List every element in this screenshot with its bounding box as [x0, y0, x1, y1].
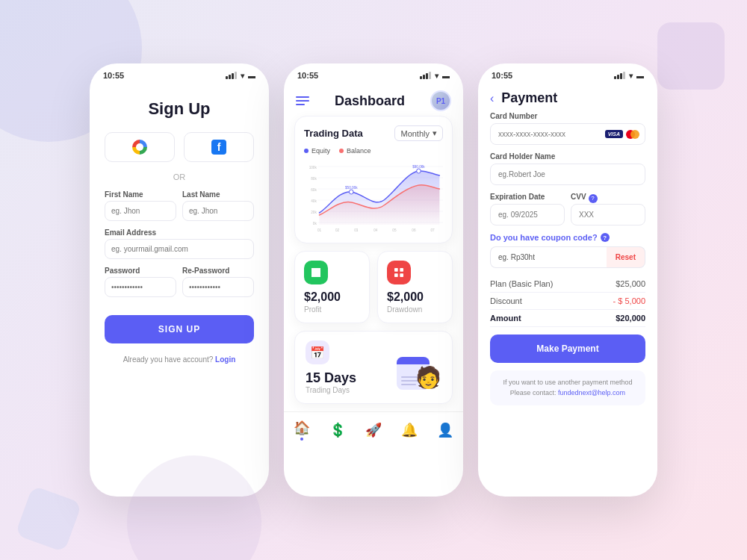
discount-label: Discount [490, 296, 522, 305]
expiry-input[interactable] [490, 204, 565, 225]
drawdown-card: $2,000 Drawdown [377, 251, 453, 323]
svg-text:01: 01 [317, 228, 321, 232]
legend-equity: Equity [304, 147, 330, 155]
stats-row: $2,000 Profit $2,000 Drawdown [294, 251, 453, 323]
email-input[interactable] [105, 239, 254, 259]
discount-value: - $ 5,000 [613, 296, 645, 305]
svg-text:40k: 40k [311, 199, 317, 203]
or-divider: OR [105, 172, 254, 181]
nav-dollar[interactable]: 💲 [329, 422, 346, 438]
monthly-label: Monthly [400, 129, 430, 138]
repassword-input[interactable] [182, 277, 254, 297]
repassword-label: Re-Password [182, 267, 254, 275]
status-time-dashboard: 10:55 [297, 71, 318, 80]
cardholder-group: Card Holder Name [490, 152, 645, 185]
contact-email[interactable]: fundednext@help.com [558, 389, 625, 396]
monthly-select[interactable]: Monthly ▾ [394, 125, 443, 141]
trading-card: Trading Data Monthly ▾ Equity Balance [294, 116, 453, 243]
password-input[interactable] [105, 277, 176, 297]
google-icon [132, 140, 147, 155]
price-summary: Plan (Basic Plan) $25,000 Discount - $ 5… [490, 276, 645, 327]
facebook-button[interactable]: f [184, 132, 254, 162]
first-name-group: First Name [105, 190, 176, 221]
plan-row: Plan (Basic Plan) $25,000 [490, 276, 645, 293]
wifi-icon-pay: ▾ [629, 72, 633, 80]
social-row: f [105, 132, 254, 162]
drawdown-label: Drawdown [387, 305, 443, 314]
menu-icon[interactable] [296, 96, 309, 105]
amount-value: $20,000 [616, 314, 645, 323]
status-bar-payment: 10:55 ▾ ▬ [478, 63, 657, 84]
email-group: Email Address [105, 228, 254, 259]
dashboard-header: Dashboard P1 [284, 84, 463, 116]
google-button[interactable] [105, 132, 175, 162]
status-icons-pay: ▾ ▬ [614, 72, 644, 80]
contact-info: If you want to use another payment metho… [490, 370, 645, 405]
wifi-icon: ▾ [241, 72, 244, 80]
battery-icon: ▬ [248, 72, 255, 80]
nav-rocket[interactable]: 🚀 [365, 422, 382, 438]
contact-text: Please contact: [510, 389, 557, 396]
svg-text:07: 07 [430, 228, 434, 232]
coupon-help-icon[interactable]: ? [601, 233, 610, 242]
equity-dot [304, 149, 309, 153]
signup-button[interactable]: SIGN UP [105, 315, 254, 343]
reset-button[interactable]: Reset [607, 246, 645, 268]
back-button[interactable]: ‹ [490, 92, 494, 105]
discount-row: Discount - $ 5,000 [490, 293, 645, 310]
status-time-payment: 10:55 [492, 71, 512, 80]
mastercard-icon [626, 130, 639, 139]
drawdown-amount: $2,000 [387, 290, 443, 304]
profit-label: Profit [304, 305, 360, 314]
signal-icon-pay [614, 72, 625, 79]
coupon-section: Do you have coupon code? ? Reset [490, 233, 645, 268]
svg-text:60k: 60k [311, 188, 317, 192]
svg-text:0k: 0k [313, 222, 317, 225]
plan-label: Plan (Basic Plan) [490, 279, 553, 288]
svg-text:04: 04 [374, 228, 377, 232]
card-type-icons: VISA [605, 130, 639, 139]
amount-row: Amount $20,000 [490, 310, 645, 327]
cvv-label-wrap: CVV ? [571, 193, 645, 204]
battery-icon-pay: ▬ [636, 72, 644, 80]
nav-user[interactable]: 👤 [437, 422, 453, 438]
cvv-input[interactable] [571, 204, 645, 225]
dropdown-arrow-icon: ▾ [433, 128, 437, 138]
days-label: Trading Days [306, 386, 356, 394]
payment-screen: 10:55 ▾ ▬ ‹ Payment Card Number VISA [478, 63, 657, 497]
cardholder-input[interactable] [490, 164, 645, 185]
coupon-input[interactable] [490, 246, 607, 268]
svg-rect-24 [400, 268, 403, 272]
svg-text:06: 06 [412, 228, 415, 232]
status-icons-dash: ▾ ▬ [420, 72, 450, 80]
wifi-icon-dash: ▾ [435, 72, 438, 80]
deco-rect [657, 22, 725, 90]
nav-home[interactable]: 🏠 [294, 420, 310, 441]
svg-text:02: 02 [335, 228, 339, 232]
last-name-input[interactable] [182, 201, 254, 221]
svg-rect-26 [400, 273, 403, 277]
name-row: First Name Last Name [105, 190, 254, 221]
legend-balance: Balance [339, 147, 371, 155]
signal-icon-dash [420, 72, 431, 79]
svg-text:100k: 100k [309, 166, 317, 169]
chart-legend: Equity Balance [304, 147, 443, 155]
calendar-illustration: 🧑 [397, 345, 441, 390]
drawdown-icon [387, 261, 411, 284]
svg-point-14 [417, 169, 421, 173]
repassword-group: Re-Password [182, 267, 254, 297]
expiry-label: Expiration Date [490, 193, 565, 201]
make-payment-button[interactable]: Make Payment [490, 335, 645, 363]
nav-bell[interactable]: 🔔 [401, 422, 418, 438]
already-text: Already you have account? Login [105, 355, 254, 364]
login-link[interactable]: Login [215, 355, 235, 364]
chart-svg: 100k 80k 60k 40k 20k 0k [304, 159, 443, 234]
cvv-help-icon[interactable]: ? [589, 194, 598, 203]
amount-label: Amount [490, 314, 521, 323]
user-avatar[interactable]: P1 [430, 90, 451, 111]
signup-screen: 10:55 ▾ ▬ Sign Up f OR First Name [90, 63, 269, 497]
profit-icon [304, 261, 328, 284]
cvv-label: CVV [571, 193, 586, 201]
first-name-input[interactable] [105, 201, 176, 221]
svg-rect-23 [394, 268, 398, 272]
